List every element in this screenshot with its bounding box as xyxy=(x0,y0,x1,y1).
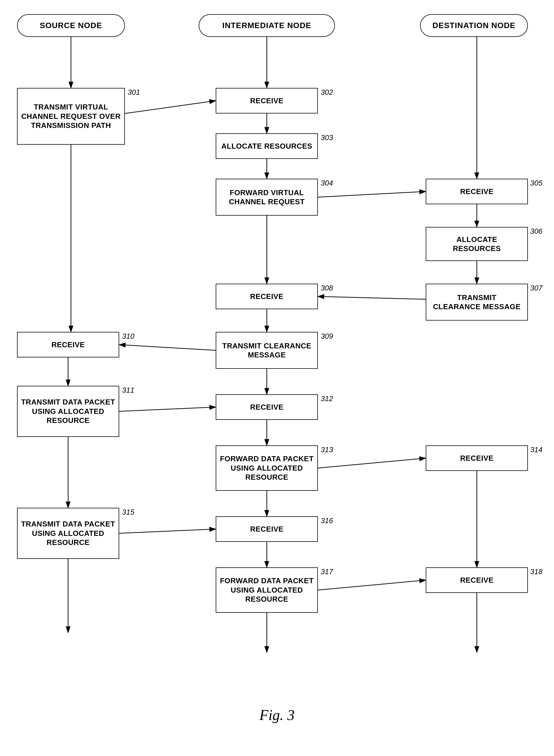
box-305: RECEIVE xyxy=(426,179,528,204)
box-302: RECEIVE xyxy=(216,88,318,114)
destination-node-header: DESTINATION NODE xyxy=(420,14,528,37)
ref-313: 313 xyxy=(321,445,333,454)
ref-318: 318 xyxy=(530,567,542,576)
box-315: TRANSMIT DATA PACKET USING ALLOCATED RES… xyxy=(17,508,119,559)
svg-line-10 xyxy=(318,297,426,299)
svg-line-13 xyxy=(119,345,216,350)
svg-line-24 xyxy=(318,580,426,590)
box-310: RECEIVE xyxy=(17,332,119,358)
box-317: FORWARD DATA PACKET USING ALLOCATED RESO… xyxy=(216,567,318,613)
ref-312: 312 xyxy=(321,394,333,403)
source-node-header: SOURCE NODE xyxy=(17,14,125,37)
ref-311: 311 xyxy=(122,386,134,395)
svg-line-21 xyxy=(119,529,216,533)
svg-line-16 xyxy=(119,407,216,411)
box-313: FORWARD DATA PACKET USING ALLOCATED RESO… xyxy=(216,445,318,491)
box-301: TRANSMIT VIRTUAL CHANNEL REQUEST OVER TR… xyxy=(17,88,125,145)
box-303: ALLOCATE RESOURCES xyxy=(216,133,318,159)
ref-306: 306 xyxy=(530,227,542,236)
ref-303: 303 xyxy=(321,133,333,142)
diagram: SOURCE NODE INTERMEDIATE NODE DESTINATIO… xyxy=(0,0,554,732)
figure-caption: Fig. 3 xyxy=(260,707,294,723)
box-314: RECEIVE xyxy=(426,445,528,471)
ref-314: 314 xyxy=(530,445,542,454)
box-318: RECEIVE xyxy=(426,567,528,593)
box-311: TRANSMIT DATA PACKET USING ALLOCATED RES… xyxy=(17,386,119,437)
ref-304: 304 xyxy=(321,179,333,188)
box-309: TRANSMIT CLEARANCE MESSAGE xyxy=(216,332,318,369)
ref-308: 308 xyxy=(321,284,333,293)
svg-line-7 xyxy=(318,191,426,197)
box-308: RECEIVE xyxy=(216,284,318,309)
intermediate-node-header: INTERMEDIATE NODE xyxy=(199,14,335,37)
ref-310: 310 xyxy=(122,332,134,341)
ref-309: 309 xyxy=(321,332,333,341)
box-312: RECEIVE xyxy=(216,394,318,420)
box-307: TRANSMIT CLEARANCE MESSAGE xyxy=(426,284,528,321)
ref-302: 302 xyxy=(321,88,333,97)
box-304: FORWARD VIRTUAL CHANNEL REQUEST xyxy=(216,179,318,215)
ref-316: 316 xyxy=(321,516,333,525)
svg-line-19 xyxy=(318,458,426,468)
ref-307: 307 xyxy=(530,284,542,293)
box-316: RECEIVE xyxy=(216,516,318,542)
ref-305: 305 xyxy=(530,179,542,188)
ref-301: 301 xyxy=(128,88,140,97)
svg-line-4 xyxy=(125,101,216,114)
box-306: ALLOCATE RESOURCES xyxy=(426,227,528,261)
ref-315: 315 xyxy=(122,508,134,517)
ref-317: 317 xyxy=(321,567,333,576)
